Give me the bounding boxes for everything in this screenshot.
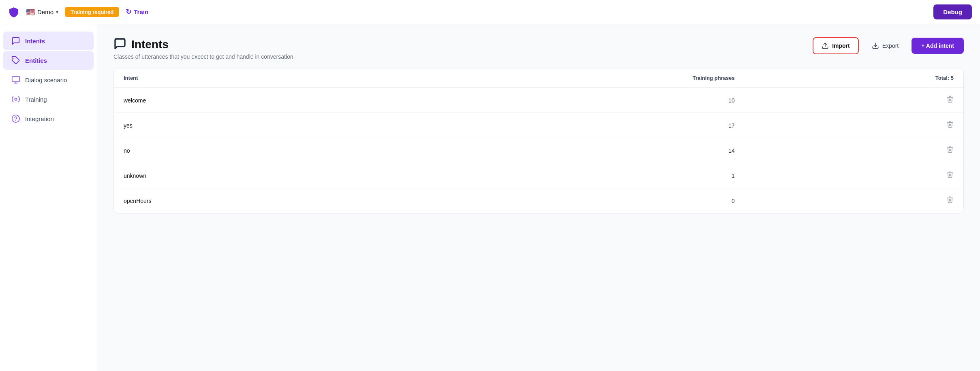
header: 🇺🇸 Demo ▾ Training required ↻ Train Debu… <box>0 0 980 24</box>
delete-intent-button[interactable] <box>946 171 954 181</box>
sidebar-item-integration[interactable]: Integration <box>3 109 94 128</box>
demo-label: Demo <box>37 9 53 15</box>
table-row: welcome 10 <box>114 88 963 113</box>
delete-cell <box>745 163 963 188</box>
table-row: yes 17 <box>114 113 963 138</box>
sidebar: Intents Entities Dialog scenario Trainin… <box>0 24 97 371</box>
intent-name: yes <box>114 113 387 138</box>
intents-table-container: Intent Training phrases Total: 5 welcome… <box>113 68 964 213</box>
sidebar-item-intents[interactable]: Intents <box>3 32 94 50</box>
intents-table: Intent Training phrases Total: 5 welcome… <box>114 68 963 213</box>
delete-intent-button[interactable] <box>946 196 954 206</box>
sidebar-item-dialog-scenario[interactable]: Dialog scenario <box>3 70 94 89</box>
question-icon <box>11 114 20 123</box>
add-intent-button[interactable]: + Add intent <box>912 38 964 54</box>
col-intent: Intent <box>114 68 387 88</box>
svg-point-4 <box>15 98 17 100</box>
sidebar-item-label: Entities <box>25 57 47 64</box>
intent-name: unknown <box>114 163 387 188</box>
dialog-icon <box>11 75 20 84</box>
table-body: welcome 10 yes 17 <box>114 88 963 213</box>
upload-icon <box>822 42 829 49</box>
training-phrases-count: 0 <box>387 188 745 213</box>
refresh-icon: ↻ <box>126 8 131 16</box>
flag-icon: 🇺🇸 <box>26 8 35 17</box>
sidebar-item-label: Training <box>25 96 47 103</box>
delete-cell <box>745 188 963 213</box>
sidebar-item-label: Dialog scenario <box>25 77 67 83</box>
page-title-area: Intents <box>113 37 293 52</box>
delete-intent-button[interactable] <box>946 145 954 156</box>
trash-icon <box>946 196 954 204</box>
action-buttons: Import Export + Add intent <box>813 37 964 54</box>
trash-icon <box>946 171 954 179</box>
import-button[interactable]: Import <box>813 37 859 54</box>
debug-button[interactable]: Debug <box>933 4 972 19</box>
page-subtitle: Classes of utterances that you expect to… <box>113 53 293 60</box>
trash-icon <box>946 95 954 103</box>
sidebar-item-entities[interactable]: Entities <box>3 51 94 70</box>
training-required-badge: Training required <box>65 7 119 17</box>
logo <box>8 6 19 18</box>
table-row: no 14 <box>114 138 963 163</box>
tag-icon <box>11 56 20 65</box>
svg-rect-1 <box>12 77 19 82</box>
table-header: Intent Training phrases Total: 5 <box>114 68 963 88</box>
shield-icon <box>8 6 19 18</box>
export-button[interactable]: Export <box>864 38 907 53</box>
page-header: Intents Classes of utterances that you e… <box>113 37 964 60</box>
delete-intent-button[interactable] <box>946 120 954 130</box>
table-row: unknown 1 <box>114 163 963 188</box>
training-phrases-count: 17 <box>387 113 745 138</box>
intent-name: openHours <box>114 188 387 213</box>
download-icon <box>872 42 879 49</box>
page-title: Intents <box>131 38 169 51</box>
training-phrases-count: 1 <box>387 163 745 188</box>
import-label: Import <box>832 43 850 49</box>
delete-intent-button[interactable] <box>946 95 954 105</box>
delete-cell <box>745 138 963 163</box>
sidebar-item-label: Integration <box>25 115 54 122</box>
intents-title-icon <box>113 37 126 52</box>
intent-name: welcome <box>114 88 387 113</box>
train-label: Train <box>134 9 148 15</box>
training-phrases-count: 14 <box>387 138 745 163</box>
train-button[interactable]: ↻ Train <box>126 8 148 16</box>
chevron-down-icon: ▾ <box>56 9 58 15</box>
training-phrases-count: 10 <box>387 88 745 113</box>
training-icon <box>11 95 20 104</box>
sidebar-item-training[interactable]: Training <box>3 90 94 109</box>
col-training-phrases: Training phrases <box>387 68 745 88</box>
chat-icon <box>11 36 20 45</box>
demo-selector[interactable]: 🇺🇸 Demo ▾ <box>26 8 58 17</box>
intent-name: no <box>114 138 387 163</box>
trash-icon <box>946 120 954 128</box>
delete-cell <box>745 88 963 113</box>
layout: Intents Entities Dialog scenario Trainin… <box>0 24 980 371</box>
table-row: openHours 0 <box>114 188 963 213</box>
col-total: Total: 5 <box>745 68 963 88</box>
trash-icon <box>946 145 954 154</box>
export-label: Export <box>882 43 899 49</box>
page-title-section: Intents Classes of utterances that you e… <box>113 37 293 60</box>
delete-cell <box>745 113 963 138</box>
sidebar-item-label: Intents <box>25 38 45 45</box>
main-content: Intents Classes of utterances that you e… <box>97 24 980 371</box>
